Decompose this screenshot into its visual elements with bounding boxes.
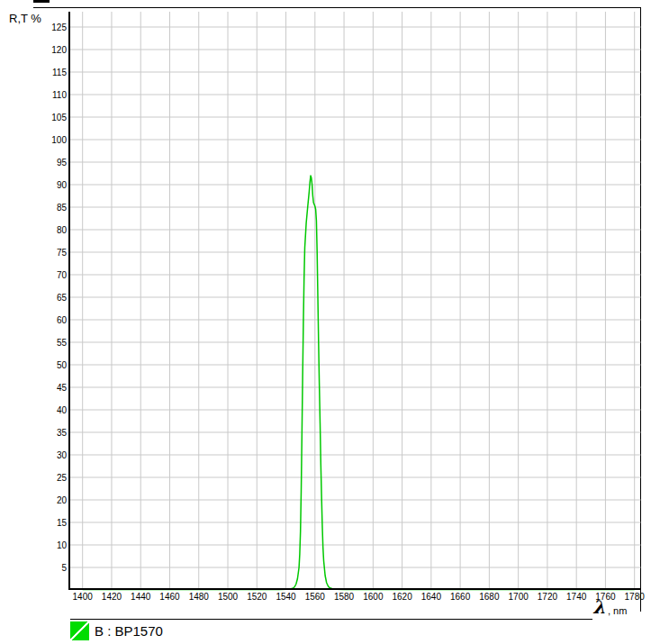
y-tick-label: 110 <box>52 90 67 100</box>
y-tick-label: 60 <box>57 315 68 325</box>
x-tick-label: 1480 <box>189 592 210 602</box>
y-tick-label: 25 <box>57 473 68 483</box>
x-tick-label: 1660 <box>450 592 471 602</box>
x-tick-label: 1680 <box>479 592 500 602</box>
plot-area[interactable]: 5101520253035404550556065707580859095100… <box>0 0 669 644</box>
y-tick-label: 45 <box>57 383 68 393</box>
x-tick-label: 1460 <box>159 592 180 602</box>
spectrum-chart-window: R,T % 5101520253035404550556065707580859… <box>0 0 669 644</box>
y-tick-label: 115 <box>52 68 67 77</box>
x-tick-label: 1440 <box>131 592 151 602</box>
y-tick-label: 30 <box>57 450 68 460</box>
y-tick-label: 55 <box>57 338 68 348</box>
x-axis-unit-label: , nm <box>608 605 627 616</box>
lambda-symbol: λ <box>592 598 605 616</box>
y-tick-label: 5 <box>61 563 67 573</box>
x-tick-label: 1500 <box>218 592 239 602</box>
y-tick-label: 90 <box>57 180 68 190</box>
y-tick-label: 70 <box>57 270 68 280</box>
y-tick-label: 10 <box>57 540 68 550</box>
y-tick-label: 65 <box>57 293 68 303</box>
x-tick-label: 1640 <box>421 592 442 602</box>
spectrum-curve <box>83 176 635 590</box>
x-tick-label: 1420 <box>102 592 122 602</box>
legend-swatch <box>70 621 89 640</box>
y-tick-label: 100 <box>51 135 67 145</box>
x-tick-label: 1400 <box>73 592 94 602</box>
x-tick-label: 1720 <box>538 592 558 602</box>
x-tick-label: 1620 <box>392 592 412 602</box>
x-tick-label: 1580 <box>334 592 355 602</box>
x-tick-label: 1700 <box>509 592 529 602</box>
x-axis-title-line <box>70 619 592 620</box>
y-tick-label: 20 <box>57 495 68 505</box>
y-tick-label: 105 <box>51 113 67 122</box>
y-tick-label: 75 <box>57 248 68 258</box>
y-tick-label: 85 <box>57 203 68 213</box>
y-tick-label: 80 <box>57 225 68 235</box>
x-tick-label: 1520 <box>247 592 267 602</box>
legend-item[interactable]: B : BP1570 <box>70 621 163 640</box>
y-tick-label: 35 <box>57 428 68 438</box>
y-tick-label: 120 <box>51 45 67 55</box>
y-tick-label: 95 <box>57 158 68 168</box>
x-tick-label: 1560 <box>305 592 326 602</box>
x-tick-label: 1780 <box>625 592 646 602</box>
y-tick-label: 50 <box>57 360 68 370</box>
y-tick-label: 125 <box>51 23 67 32</box>
x-tick-label: 1540 <box>276 592 296 602</box>
x-tick-label: 1740 <box>566 592 587 602</box>
x-tick-label: 1600 <box>363 592 384 602</box>
y-tick-label: 40 <box>57 405 68 415</box>
y-tick-label: 15 <box>57 518 68 528</box>
legend-label: B : BP1570 <box>95 621 163 640</box>
